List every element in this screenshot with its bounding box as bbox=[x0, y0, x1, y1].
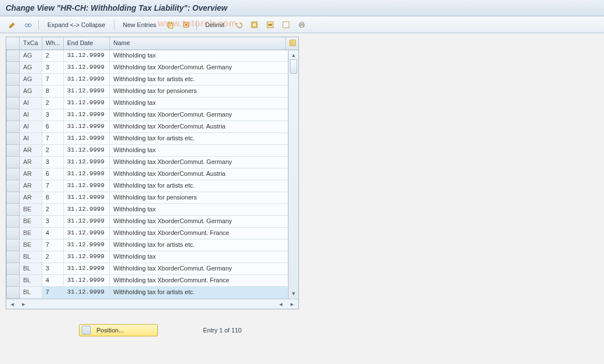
table-row[interactable]: AR331.12.9999Withholding tax XborderComm… bbox=[6, 157, 288, 168]
table-row[interactable]: AR631.12.9999Withholding tax XborderComm… bbox=[6, 168, 288, 180]
cell-name[interactable]: Withholding tax for artists etc. bbox=[110, 133, 288, 145]
cell-name[interactable]: Withholding tax XborderCommut. Austria bbox=[110, 168, 288, 180]
cell-wh[interactable]: 6 bbox=[42, 168, 64, 180]
row-selector[interactable] bbox=[6, 62, 20, 74]
cell-end-date[interactable]: 31.12.9999 bbox=[64, 275, 110, 287]
cell-name[interactable]: Withholding tax bbox=[110, 97, 288, 109]
scroll-right-arrow[interactable]: ► bbox=[20, 300, 28, 308]
column-header-txca[interactable]: TxCa bbox=[20, 37, 42, 50]
cell-name[interactable]: Withholding tax bbox=[110, 145, 288, 157]
cell-txca[interactable]: AI bbox=[20, 97, 42, 109]
cell-txca[interactable]: AI bbox=[20, 133, 42, 145]
table-row[interactable]: AI631.12.9999Withholding tax XborderComm… bbox=[6, 121, 288, 133]
scroll-left-end-arrow[interactable]: ◄ bbox=[277, 300, 285, 308]
cell-wh[interactable]: 3 bbox=[42, 216, 64, 228]
other-view-button[interactable] bbox=[21, 19, 35, 30]
cell-wh[interactable]: 3 bbox=[42, 62, 64, 74]
cell-wh[interactable]: 8 bbox=[42, 192, 64, 204]
cell-name[interactable]: Withholding tax for pensioners bbox=[110, 86, 288, 97]
row-selector[interactable] bbox=[6, 216, 20, 228]
cell-wh[interactable]: 6 bbox=[42, 121, 64, 133]
scroll-left-arrow[interactable]: ◄ bbox=[8, 300, 16, 308]
cell-wh[interactable]: 2 bbox=[42, 97, 64, 109]
cell-txca[interactable]: BE bbox=[20, 216, 42, 228]
cell-wh[interactable]: 7 bbox=[42, 180, 64, 192]
cell-name[interactable]: Withholding tax bbox=[110, 50, 288, 62]
cell-end-date[interactable]: 31.12.9999 bbox=[64, 216, 110, 228]
cell-end-date[interactable]: 31.12.9999 bbox=[64, 109, 110, 121]
cell-txca[interactable]: AI bbox=[20, 121, 42, 133]
cell-txca[interactable]: AG bbox=[20, 86, 42, 97]
column-header-name[interactable]: Name bbox=[110, 37, 286, 50]
cell-wh[interactable]: 2 bbox=[42, 145, 64, 157]
cell-txca[interactable]: BL bbox=[20, 263, 42, 275]
cell-wh[interactable]: 7 bbox=[42, 287, 64, 299]
cell-wh[interactable]: 2 bbox=[42, 50, 64, 62]
cell-name[interactable]: Withholding tax XborderCommut. Germany bbox=[110, 263, 288, 275]
cell-name[interactable]: Withholding tax for artists etc. bbox=[110, 74, 288, 86]
cell-name[interactable]: Withholding tax XborderCommut. Germany bbox=[110, 216, 288, 228]
cell-wh[interactable]: 2 bbox=[42, 204, 64, 216]
cell-wh[interactable]: 8 bbox=[42, 86, 64, 97]
cell-wh[interactable]: 3 bbox=[42, 263, 64, 275]
copy-button[interactable] bbox=[164, 19, 177, 30]
cell-end-date[interactable]: 31.12.9999 bbox=[64, 62, 110, 74]
deselect-all-button[interactable] bbox=[279, 19, 293, 30]
table-row[interactable]: AI231.12.9999Withholding tax bbox=[6, 97, 288, 109]
row-selector[interactable] bbox=[6, 133, 20, 145]
table-row[interactable]: BE731.12.9999Withholding tax for artists… bbox=[6, 239, 288, 251]
position-button[interactable]: Position... bbox=[79, 324, 158, 336]
cell-end-date[interactable]: 31.12.9999 bbox=[64, 121, 110, 133]
cell-end-date[interactable]: 31.12.9999 bbox=[64, 239, 110, 251]
cell-wh[interactable]: 7 bbox=[42, 74, 64, 86]
row-selector[interactable] bbox=[6, 204, 20, 216]
cell-name[interactable]: Withholding tax XborderCommunt. France bbox=[110, 275, 288, 287]
cell-txca[interactable]: AG bbox=[20, 62, 42, 74]
cell-end-date[interactable]: 31.12.9999 bbox=[64, 97, 110, 109]
vertical-scrollbar[interactable]: ▲ ▼ bbox=[288, 50, 298, 299]
cell-wh[interactable]: 4 bbox=[42, 275, 64, 287]
cell-end-date[interactable]: 31.12.9999 bbox=[64, 204, 110, 216]
cell-end-date[interactable]: 31.12.9999 bbox=[64, 192, 110, 204]
row-selector[interactable] bbox=[6, 168, 20, 180]
table-row[interactable]: AG731.12.9999Withholding tax for artists… bbox=[6, 74, 288, 86]
cell-txca[interactable]: AR bbox=[20, 168, 42, 180]
undo-button[interactable] bbox=[232, 19, 245, 30]
scroll-track[interactable] bbox=[289, 59, 298, 290]
row-selector[interactable] bbox=[6, 109, 20, 121]
scroll-thumb[interactable] bbox=[290, 59, 297, 74]
cell-wh[interactable]: 2 bbox=[42, 251, 64, 263]
cell-end-date[interactable]: 31.12.9999 bbox=[64, 86, 110, 97]
row-selector[interactable] bbox=[6, 275, 20, 287]
cell-name[interactable]: Withholding tax XborderCommut. Germany bbox=[110, 62, 288, 74]
row-selector[interactable] bbox=[6, 50, 20, 62]
row-selector[interactable] bbox=[6, 228, 20, 239]
scroll-right-end-arrow[interactable]: ► bbox=[288, 300, 296, 308]
toggle-display-change-button[interactable] bbox=[6, 19, 19, 30]
column-header-wh[interactable]: Wh... bbox=[42, 37, 64, 50]
scroll-down-arrow[interactable]: ▼ bbox=[290, 290, 298, 298]
cell-txca[interactable]: BE bbox=[20, 228, 42, 239]
cell-name[interactable]: Withholding tax for artists etc. bbox=[110, 287, 288, 299]
cell-name[interactable]: Withholding tax XborderCommut. Austria bbox=[110, 121, 288, 133]
row-selector[interactable] bbox=[6, 263, 20, 275]
cell-txca[interactable]: BL bbox=[20, 287, 42, 299]
expand-collapse-button[interactable]: Expand <-> Collapse bbox=[42, 19, 111, 30]
cell-txca[interactable]: AG bbox=[20, 50, 42, 62]
cell-name[interactable]: Withholding tax for artists etc. bbox=[110, 180, 288, 192]
cell-wh[interactable]: 4 bbox=[42, 228, 64, 239]
select-all-button[interactable] bbox=[248, 19, 261, 30]
table-row[interactable]: BL731.12.9999Withholding tax for artists… bbox=[6, 287, 288, 299]
cell-txca[interactable]: AG bbox=[20, 74, 42, 86]
row-selector[interactable] bbox=[6, 157, 20, 168]
cell-end-date[interactable]: 31.12.9999 bbox=[64, 50, 110, 62]
table-row[interactable]: AR731.12.9999Withholding tax for artists… bbox=[6, 180, 288, 192]
cell-end-date[interactable]: 31.12.9999 bbox=[64, 168, 110, 180]
cell-name[interactable]: Withholding tax bbox=[110, 251, 288, 263]
column-config-button[interactable] bbox=[286, 37, 298, 50]
row-selector[interactable] bbox=[6, 287, 20, 299]
select-block-button[interactable] bbox=[263, 19, 277, 30]
cell-txca[interactable]: AR bbox=[20, 192, 42, 204]
delimit-button[interactable]: Delimit bbox=[200, 19, 230, 30]
cell-wh[interactable]: 3 bbox=[42, 109, 64, 121]
